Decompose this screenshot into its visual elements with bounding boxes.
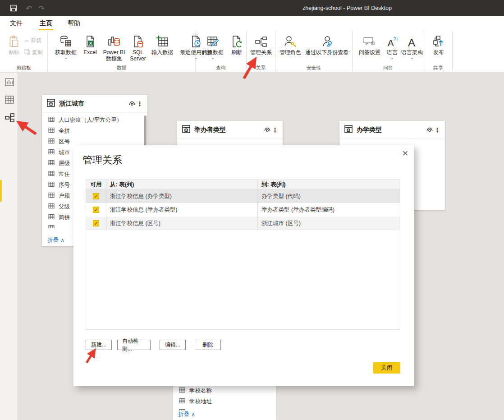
field-icon	[48, 203, 55, 211]
field-icon	[48, 192, 55, 200]
refresh-icon	[231, 33, 243, 48]
collapse-link[interactable]: 折叠 ∧	[178, 411, 195, 418]
field-icon	[48, 170, 55, 178]
field-list: 学校名称 学校地址	[173, 385, 276, 411]
tab-file[interactable]: 文件	[7, 16, 25, 31]
view-as-button[interactable]: 通过以下身份查看:	[303, 33, 352, 55]
manage-roles-button[interactable]: 管理角色	[277, 33, 303, 55]
title-bar: ↶ ↷ zhejiang-school - Power BI Desktop	[0, 0, 504, 16]
publish-icon	[433, 33, 444, 48]
visibility-icon[interactable]	[263, 126, 272, 134]
paste-icon	[8, 33, 20, 48]
ribbon-group-clipboard: 粘贴 ✂ 剪切 复制 剪贴板	[0, 31, 48, 72]
field-icon	[48, 148, 55, 157]
relationship-row[interactable]: ✓ 浙江学校信息 (办学类型) 办学类型 (代码)	[86, 189, 400, 203]
report-view-icon[interactable]	[5, 77, 14, 87]
check-icon: ✓	[94, 207, 98, 213]
excel-button[interactable]: X Excel	[80, 33, 100, 55]
field-icon	[179, 387, 185, 395]
collapse-link[interactable]: 折叠 ∧	[47, 236, 64, 244]
window-title: zhejiang-school - Power BI Desktop	[252, 0, 442, 16]
powerbi-datasets-button[interactable]: Power BI 数据集	[101, 33, 127, 62]
letter-a-icon: A	[406, 33, 418, 48]
field-icon	[48, 159, 55, 167]
more-options-icon[interactable]: ⋮	[272, 126, 278, 134]
cut-button[interactable]: ✂ 剪切	[24, 37, 41, 45]
collapse-caret-icon: ∧	[60, 237, 64, 244]
field-icon	[179, 397, 185, 406]
column-header-to: 到: 表(列)	[258, 180, 400, 189]
active-checkbox[interactable]: ✓	[93, 220, 99, 226]
field-icon	[48, 224, 55, 228]
ribbon-group-relationships: 管理关系 关系	[247, 31, 275, 72]
field-row-partial	[173, 407, 276, 411]
ribbon: 粘贴 ✂ 剪切 复制 剪贴板 获取数据 ⌄	[0, 31, 504, 72]
copy-button[interactable]: 复制	[24, 49, 43, 56]
field-row[interactable]: 学校地址	[173, 396, 276, 407]
menu-bar: 文件 主页 帮助	[0, 16, 504, 31]
card-title: 举办者类型	[194, 126, 263, 134]
paste-button[interactable]: 粘贴	[5, 33, 23, 55]
check-icon: ✓	[94, 220, 98, 226]
sql-server-button[interactable]: SQL Server	[128, 33, 148, 62]
red-arrow-model-view	[18, 122, 36, 134]
linguistic-schema-button[interactable]: A 语言架构 ⌄	[401, 33, 423, 60]
autodetect-button[interactable]: 自动检测...	[117, 340, 151, 350]
enter-data-button[interactable]: 输入数据	[150, 33, 175, 55]
chevron-down-icon: ⌄	[390, 56, 394, 60]
active-checkbox[interactable]: ✓	[93, 193, 99, 199]
visibility-icon[interactable]	[128, 100, 137, 108]
transform-data-button[interactable]: 转换数据 ⌄	[199, 33, 226, 60]
more-options-icon[interactable]: ⋮	[137, 100, 143, 107]
table-plus-icon	[156, 33, 169, 48]
manage-relationships-button[interactable]: 管理关系	[247, 33, 275, 55]
column-header-active: 可用	[86, 180, 106, 189]
tab-help[interactable]: 帮助	[65, 16, 83, 31]
field-row[interactable]: 学校名称	[173, 385, 276, 396]
powerbi-dataset-icon	[108, 33, 120, 48]
app-window: ↶ ↷ zhejiang-school - Power BI Desktop 文…	[0, 0, 504, 420]
person-magnifier-icon	[321, 33, 334, 48]
new-button[interactable]: 新建...	[86, 340, 112, 350]
table-icon	[182, 125, 191, 135]
field-row[interactable]: 全拼	[42, 125, 147, 136]
refresh-button[interactable]: 刷新	[229, 33, 244, 55]
cut-icon: ✂	[24, 38, 29, 44]
ribbon-group-security: 管理角色 通过以下身份查看: 安全性	[275, 31, 353, 72]
copy-icon	[24, 49, 30, 56]
excel-icon: X	[84, 33, 96, 48]
edit-button[interactable]: 编辑...	[160, 340, 186, 350]
qna-setup-button[interactable]: 问答设置	[356, 33, 383, 55]
ribbon-group-data: 获取数据 ⌄ X Excel Power BI 数据集 SQL Server	[48, 31, 196, 72]
field-icon	[48, 116, 55, 124]
relationship-row[interactable]: ✓ 浙江学校信息 (举办者类型) 举办者类型 (举办者类型编码)	[86, 203, 400, 217]
data-view-icon[interactable]	[5, 95, 14, 105]
get-data-button[interactable]: 获取数据 ⌄	[53, 33, 78, 60]
field-icon	[48, 127, 55, 135]
visibility-icon[interactable]	[425, 126, 434, 134]
delete-button[interactable]: 删除	[195, 340, 221, 350]
language-button[interactable]: A가 语言 ⌄	[384, 33, 400, 60]
redo-icon[interactable]: ↷	[37, 4, 46, 13]
close-icon[interactable]: ✕	[402, 149, 408, 158]
ribbon-group-share: 发布 共享	[424, 31, 453, 72]
card-header: 举办者类型 ⋮	[177, 121, 283, 139]
more-options-icon[interactable]: ⋮	[434, 126, 440, 134]
sql-server-icon	[132, 33, 144, 48]
relationship-row[interactable]: ✓ 浙江学校信息 (区号) 浙江城市 (区号)	[86, 217, 400, 230]
table-pencil-icon	[206, 33, 219, 48]
speech-gear-icon	[363, 33, 376, 48]
field-icon	[48, 138, 55, 146]
ribbon-group-queries: 转换数据 ⌄ 刷新 查询	[196, 31, 247, 72]
close-button[interactable]: 关闭	[373, 362, 400, 374]
active-checkbox[interactable]: ✓	[93, 207, 99, 213]
save-icon[interactable]	[9, 4, 18, 13]
publish-button[interactable]: 发布	[430, 33, 448, 55]
undo-icon[interactable]: ↶	[24, 4, 33, 13]
tab-home[interactable]: 主页	[37, 16, 55, 31]
model-view-icon[interactable]	[5, 113, 14, 123]
field-icon	[48, 213, 55, 222]
view-switcher-sidebar	[0, 73, 18, 420]
field-row[interactable]: 人口密度（人/平方公里）	[42, 115, 147, 125]
collapse-caret-icon: ∧	[191, 411, 195, 418]
